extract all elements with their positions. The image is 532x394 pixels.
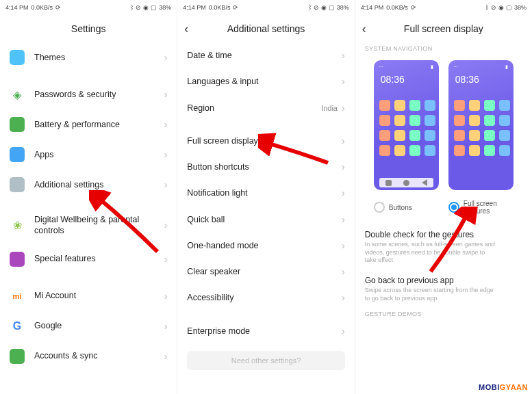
radio-gestures[interactable]: Full screen gestures — [448, 200, 514, 215]
option-title: Go back to previous app — [365, 276, 522, 285]
row-accessibility[interactable]: Accessibility› — [177, 285, 354, 311]
row-languages[interactable]: Languages & input› — [177, 68, 354, 94]
row-clear-speaker[interactable]: Clear speaker› — [177, 259, 354, 285]
status-net: 0.0KB/s — [209, 4, 231, 11]
wifi-icon: ◉ — [498, 4, 504, 11]
option-title: Double check for the gestures — [365, 230, 522, 239]
special-icon — [10, 252, 25, 267]
nav-buttons-bar — [379, 178, 433, 187]
chevron-right-icon: › — [164, 220, 168, 231]
status-net: 0.0KB/s — [31, 4, 53, 11]
row-enterprise-mode[interactable]: Enterprise mode› — [177, 318, 354, 344]
status-bar: 4:14 PM0.0KB/s⟳ ᛒ⊘◉▢38% — [0, 0, 177, 15]
row-notification-light[interactable]: Notification light› — [177, 180, 354, 206]
label: Accessibility — [187, 292, 342, 303]
chevron-right-icon: › — [164, 179, 168, 190]
chevron-right-icon: › — [164, 119, 168, 130]
header: ‹ Additional settings — [177, 15, 354, 42]
row-double-check[interactable]: Double check for the gestures In some sc… — [355, 224, 532, 270]
chevron-right-icon: › — [164, 149, 168, 160]
row-wellbeing[interactable]: ❀Digital Wellbeing & parental controls› — [0, 207, 177, 244]
phone-preview-gestures[interactable]: ···▮ 08:36 — [448, 60, 514, 190]
battery-icon: ▢ — [151, 4, 157, 11]
battery-icon: ▢ — [329, 4, 335, 11]
label: Battery & performance — [34, 119, 164, 130]
dnd-icon: ⊘ — [314, 4, 319, 11]
label: Button shortcuts — [187, 161, 342, 172]
label: Special features — [34, 253, 164, 264]
row-google[interactable]: GGoogle› — [0, 311, 177, 341]
row-date-time[interactable]: Date & time› — [177, 42, 354, 68]
label: Languages & input — [187, 76, 342, 87]
row-quick-ball[interactable]: Quick ball› — [177, 207, 354, 233]
phone-preview-buttons[interactable]: ···▮ 08:36 — [374, 60, 439, 190]
row-mi-account[interactable]: miMi Account› — [0, 281, 177, 311]
watermark-part1: MOBI — [479, 383, 500, 391]
page-title: Full screen display — [404, 23, 483, 34]
sync-icon: ⟳ — [233, 4, 238, 11]
chevron-right-icon: › — [342, 161, 345, 172]
row-passwords[interactable]: ◈Passwords & security› — [0, 79, 177, 109]
row-additional[interactable]: Additional settings› — [0, 170, 177, 200]
option-subtitle: Swipe across the screen starting from th… — [365, 287, 522, 302]
row-button-shortcuts[interactable]: Button shortcuts› — [177, 154, 354, 180]
row-apps[interactable]: Apps› — [0, 140, 177, 170]
radio-label: Buttons — [389, 204, 412, 211]
google-icon: G — [10, 319, 25, 334]
battery-icon: ▢ — [506, 4, 512, 11]
battery-pct: 38% — [337, 4, 349, 11]
value: India — [321, 104, 338, 112]
option-subtitle: In some scenes, such as full-screen game… — [365, 241, 522, 265]
header: Settings — [0, 15, 177, 42]
back-button[interactable]: ‹ — [362, 22, 366, 36]
label: Themes — [34, 52, 164, 63]
row-themes[interactable]: Themes› — [0, 42, 177, 73]
wifi-icon: ◉ — [321, 4, 327, 11]
battery-pct: 38% — [159, 4, 171, 11]
status-time: 4:14 PM — [361, 4, 384, 11]
label: Passwords & security — [34, 89, 164, 100]
status-time: 4:14 PM — [183, 4, 206, 11]
radio-buttons[interactable]: Buttons — [374, 200, 439, 215]
page-title: Settings — [71, 23, 106, 34]
wifi-icon: ◉ — [143, 4, 149, 11]
chevron-right-icon: › — [342, 50, 345, 61]
themes-icon — [10, 50, 25, 65]
row-fullscreen-display[interactable]: Full screen display› — [177, 128, 354, 154]
sync-icon — [10, 349, 25, 364]
label: Full screen display — [187, 135, 342, 146]
row-battery[interactable]: Battery & performance› — [0, 109, 177, 140]
label: Date & time — [187, 50, 342, 61]
section-gesture-demos: GESTURE DEMOS — [355, 308, 532, 320]
row-one-handed[interactable]: One-handed mode› — [177, 233, 354, 259]
back-button[interactable]: ‹ — [184, 22, 188, 36]
bluetooth-icon: ᛒ — [130, 4, 134, 11]
row-go-back-prev[interactable]: Go back to previous app Swipe across the… — [355, 270, 532, 308]
label: Quick ball — [187, 214, 342, 225]
sync-icon: ⟳ — [411, 4, 416, 11]
label: Region — [187, 103, 321, 114]
need-other-settings[interactable]: Need other settings? — [187, 351, 344, 370]
chevron-right-icon: › — [342, 266, 345, 277]
page-title: Additional settings — [227, 23, 305, 34]
label: Apps — [34, 149, 164, 160]
row-region[interactable]: RegionIndia› — [177, 95, 354, 121]
wellbeing-icon: ❀ — [10, 218, 25, 233]
dots-icon — [10, 177, 25, 192]
chevron-right-icon: › — [164, 291, 168, 302]
nav-preview: ···▮ 08:36 ···▮ 08:36 — [355, 55, 532, 196]
label: One-handed mode — [187, 240, 342, 251]
additional-settings-screen: 4:14 PM0.0KB/s⟳ ᛒ⊘◉▢38% ‹ Additional set… — [177, 0, 354, 394]
header: ‹ Full screen display — [355, 15, 532, 42]
row-special[interactable]: Special features› — [0, 244, 177, 274]
row-accounts-sync[interactable]: Accounts & sync› — [0, 341, 177, 371]
chevron-right-icon: › — [164, 52, 168, 63]
status-net: 0.0KB/s — [386, 4, 408, 11]
watermark: MOBIGYAAN — [479, 383, 528, 391]
chevron-right-icon: › — [164, 321, 168, 332]
chevron-right-icon: › — [342, 214, 345, 225]
chevron-right-icon: › — [342, 187, 345, 198]
status-bar: 4:14 PM0.0KB/s⟳ ᛒ⊘◉▢38% — [355, 0, 532, 15]
dnd-icon: ⊘ — [136, 4, 141, 11]
bluetooth-icon: ᛒ — [308, 4, 312, 11]
